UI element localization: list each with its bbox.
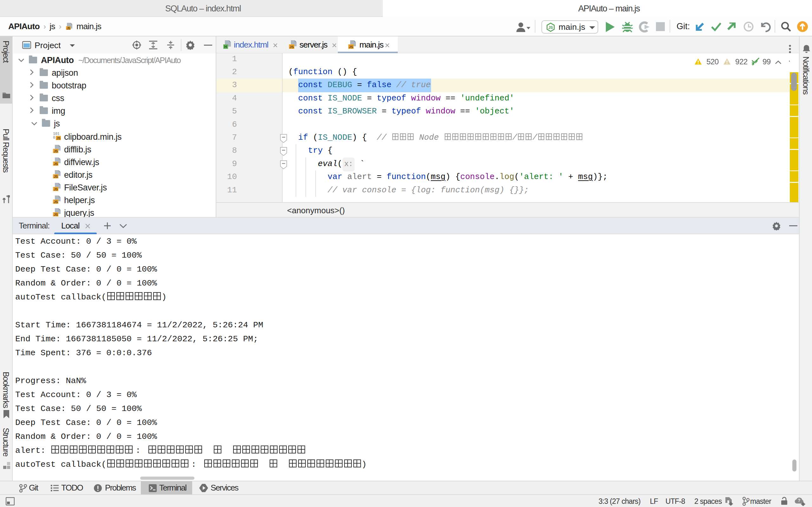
svg-text:JS: JS (54, 175, 58, 178)
svg-text:H: H (224, 45, 227, 49)
svg-text:JS: JS (54, 213, 58, 216)
svg-text:JS: JS (54, 187, 58, 191)
svg-text:JS: JS (548, 25, 553, 30)
svg-text:JS: JS (56, 136, 60, 140)
svg-text:JS: JS (54, 200, 58, 204)
svg-text:JS: JS (54, 149, 58, 153)
svg-text:JS: JS (54, 162, 58, 166)
svg-text:?: ? (798, 498, 800, 503)
svg-text:JS: JS (349, 45, 353, 49)
svg-text:JS: JS (67, 26, 70, 30)
svg-text:0: 0 (53, 135, 55, 140)
svg-text:JS: JS (289, 45, 294, 49)
